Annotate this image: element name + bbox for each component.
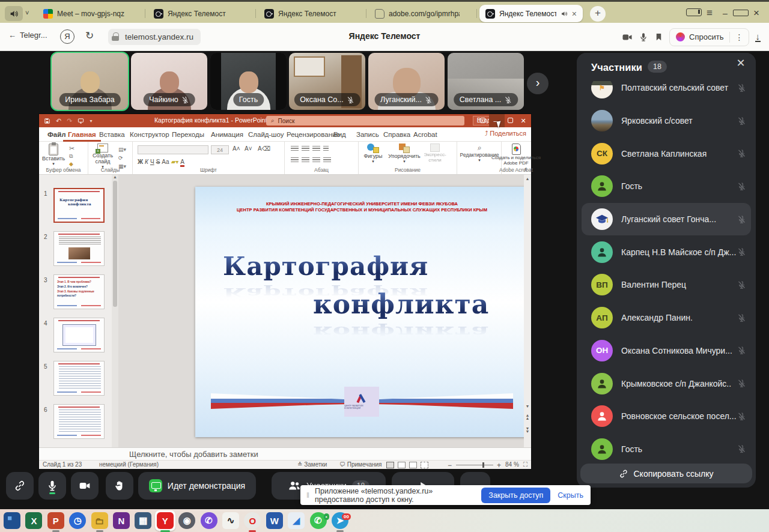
mic-muted-icon[interactable]: [737, 182, 746, 191]
font-name-select[interactable]: [138, 145, 208, 154]
undo-icon[interactable]: ↶: [56, 117, 61, 125]
comments-toggle[interactable]: 🗩 Примечания: [339, 461, 382, 468]
camera-button[interactable]: [71, 472, 99, 500]
downloads-icon[interactable]: ↓: [755, 32, 761, 42]
taskbar-icon-powerpoint[interactable]: P: [47, 512, 64, 529]
ribbon-tab-acrobat[interactable]: Acrobat: [409, 127, 442, 142]
participant-row[interactable]: ⚑Полтавский сельский совет: [577, 81, 756, 104]
search-input[interactable]: ⌕ Поиск: [266, 116, 464, 125]
taskbar-icon-edge[interactable]: ◢: [288, 512, 305, 529]
participant-row[interactable]: Ярковский с/совет: [577, 104, 756, 138]
thumbnail-scrollbar[interactable]: ▲: [112, 175, 118, 447]
zoom-slider-thumb[interactable]: [482, 462, 484, 468]
paste-button[interactable]: Вставить▾: [41, 144, 65, 166]
camera-permission-icon[interactable]: [622, 32, 633, 43]
taskbar-icon-onenote[interactable]: N: [113, 512, 130, 529]
taskbar-icon-chart-app[interactable]: ∿: [222, 512, 239, 529]
previous-slide-button[interactable]: ▲▲: [524, 414, 531, 420]
participant-row[interactable]: Крымковское с/п Джанкойс..: [577, 367, 756, 400]
participant-row[interactable]: АПАлександр Панин.: [577, 301, 756, 334]
participant-row[interactable]: ОНОксана Сотникова Мичури...: [577, 334, 756, 367]
ppt-close-button[interactable]: ✕: [515, 114, 531, 127]
copy-link-button-toolbar[interactable]: [6, 472, 34, 500]
bookmarks-panel-icon[interactable]: [686, 8, 702, 18]
collapse-ribbon-icon[interactable]: ∧: [523, 166, 527, 172]
participant-row[interactable]: Ровновское сельское посел...: [577, 400, 756, 433]
fit-slide-button[interactable]: ⛶: [523, 461, 527, 468]
ribbon-display-options-button[interactable]: [475, 114, 490, 127]
taskbar-icon-calculator[interactable]: ▦: [135, 512, 151, 529]
highlight-button[interactable]: ▰▾: [171, 159, 179, 165]
microphone-button[interactable]: [38, 472, 66, 500]
hide-notification-button[interactable]: Скрыть: [558, 491, 583, 500]
mic-muted-icon[interactable]: [737, 149, 746, 158]
taskbar-icon-viber[interactable]: ✆: [201, 512, 217, 529]
close-tab-icon[interactable]: ×: [572, 9, 577, 19]
mic-muted-icon[interactable]: [737, 247, 746, 256]
taskbar-icon-camera[interactable]: ◉: [178, 512, 195, 529]
font-style-button[interactable]: Ж: [138, 159, 143, 165]
zoom-out-button[interactable]: −: [448, 461, 452, 470]
menu-icon[interactable]: ≡: [702, 7, 717, 19]
video-tile[interactable]: Гость: [210, 53, 287, 110]
taskbar-icon-excel[interactable]: X: [25, 512, 42, 529]
taskbar-icon-word[interactable]: W: [266, 512, 283, 529]
screen-share-status-button[interactable]: Идет демонстрация: [138, 472, 256, 500]
change-case-button[interactable]: Аа: [162, 159, 169, 165]
chevron-down-icon[interactable]: ˅: [25, 9, 29, 16]
shrink-font-icon[interactable]: А˅: [245, 145, 252, 152]
video-tile[interactable]: Луганский...: [368, 53, 445, 110]
slide[interactable]: КРЫМКИЙ ИНЖЕНЕРНО-ПЕДАГОГИЧЕСКИЙ УНИВЕРС…: [195, 187, 529, 437]
arrange-button[interactable]: Упорядочить▾: [388, 144, 421, 164]
share-button[interactable]: ⤴ Поделиться: [485, 130, 526, 137]
close-access-button[interactable]: Закрыть доступ: [481, 488, 550, 503]
font-style-button[interactable]: Ч: [150, 159, 154, 165]
redo-icon[interactable]: ↷: [67, 117, 72, 125]
mic-muted-icon[interactable]: [737, 444, 746, 453]
copy-icon[interactable]: ⧉: [69, 153, 74, 160]
slideshow-icon[interactable]: [78, 118, 84, 124]
shapes-button[interactable]: Фигуры▾: [360, 144, 386, 164]
slide-thumbnail[interactable]: [53, 404, 105, 439]
mic-muted-icon[interactable]: [737, 280, 746, 289]
customize-qat-icon[interactable]: ▾: [90, 118, 92, 124]
zoom-level[interactable]: 84 %: [505, 461, 519, 468]
mic-muted-icon[interactable]: [737, 313, 746, 322]
next-tiles-button[interactable]: ›: [527, 73, 549, 94]
mic-muted-icon[interactable]: [737, 116, 746, 125]
quick-styles-button[interactable]: Экспресс-стили: [421, 144, 449, 163]
participant-row[interactable]: Гость: [577, 170, 756, 203]
browser-tab[interactable]: Яндекс Телемост×: [479, 5, 583, 22]
drag-grip-icon[interactable]: ‖: [306, 491, 310, 500]
mic-permission-icon[interactable]: [639, 32, 648, 42]
ribbon-tab-вставка[interactable]: Вставка: [94, 127, 130, 142]
font-style-button[interactable]: К: [145, 159, 148, 165]
font-color-button[interactable]: А: [180, 159, 184, 167]
mic-muted-icon[interactable]: [737, 379, 746, 388]
next-slide-button[interactable]: ▼▼: [524, 427, 531, 433]
new-tab-button[interactable]: +: [590, 6, 606, 22]
video-tile[interactable]: Ирина Забара: [52, 53, 128, 110]
zoom-slider[interactable]: [456, 465, 493, 465]
minimize-button[interactable]: –: [717, 8, 733, 18]
raise-hand-button[interactable]: [106, 472, 133, 500]
new-slide-button[interactable]: + Создать слайд▾: [90, 144, 115, 169]
tab-audio-icon[interactable]: [561, 10, 568, 17]
video-tile[interactable]: Чайкино: [131, 53, 207, 110]
save-icon[interactable]: [44, 118, 50, 124]
view-buttons[interactable]: [386, 461, 432, 468]
taskbar-icon-explorer[interactable]: 🗀: [91, 512, 108, 529]
ribbon-tab-вид[interactable]: Вид: [329, 127, 351, 142]
slide-thumbnail[interactable]: [53, 361, 105, 396]
slide-thumbnail[interactable]: [53, 231, 105, 266]
notes-field[interactable]: Щелкните, чтобы добавить заметки: [39, 447, 531, 460]
video-tile[interactable]: Светлана ...: [448, 53, 524, 110]
tab-audio-button[interactable]: [5, 6, 23, 21]
participant-row[interactable]: Карпец Н.В Майское с/п Дж...: [577, 235, 756, 268]
font-style-button[interactable]: S: [156, 159, 160, 165]
taskbar-icon-clock[interactable]: ◷: [69, 512, 86, 529]
ribbon-tab-анимация[interactable]: Анимация: [206, 127, 248, 142]
mic-muted-icon[interactable]: [737, 346, 746, 355]
taskbar-icon-opera[interactable]: O: [244, 512, 261, 529]
clear-format-icon[interactable]: А⌫: [258, 145, 270, 152]
